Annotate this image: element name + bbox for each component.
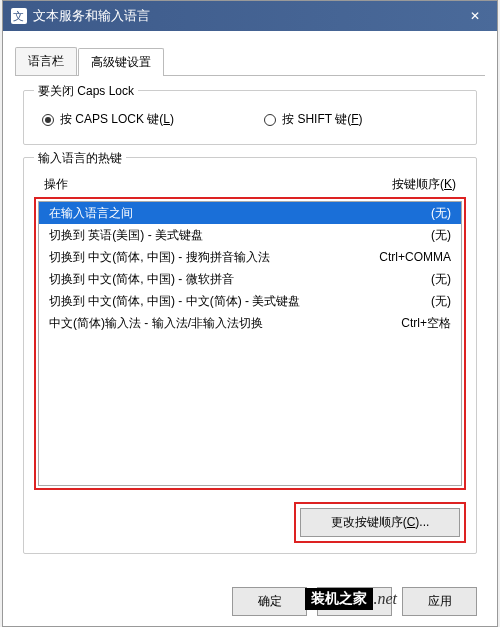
row-key: (无) (431, 204, 451, 222)
app-icon (11, 8, 27, 24)
change-key-sequence-button[interactable]: 更改按键顺序(C)... (300, 508, 460, 537)
watermark-net: .net (373, 590, 397, 608)
radio-shift[interactable]: 按 SHIFT 键(F) (264, 111, 362, 128)
list-item[interactable]: 切换到 英语(美国) - 美式键盘 (无) (39, 224, 461, 246)
col-sequence: 按键顺序(K) (392, 176, 456, 193)
close-button[interactable]: ✕ (452, 1, 497, 31)
watermark: 装机之家 .net (305, 588, 397, 610)
hotkey-header: 操作 按键顺序(K) (34, 174, 466, 197)
row-action: 切换到 中文(简体, 中国) - 微软拼音 (49, 270, 234, 288)
list-item[interactable]: 在输入语言之间 (无) (39, 202, 461, 224)
content-area: 语言栏 高级键设置 要关闭 Caps Lock 按 CAPS LOCK 键(L) (3, 31, 497, 572)
row-key: Ctrl+空格 (401, 314, 451, 332)
list-item[interactable]: 中文(简体)输入法 - 输入法/非输入法切换 Ctrl+空格 (39, 312, 461, 334)
caps-lock-group: 要关闭 Caps Lock 按 CAPS LOCK 键(L) 按 SHIFT 键… (23, 90, 477, 145)
row-key: (无) (431, 270, 451, 288)
list-item[interactable]: 切换到 中文(简体, 中国) - 中文(简体) - 美式键盘 (无) (39, 290, 461, 312)
dialog-window: 文本服务和输入语言 ✕ 语言栏 高级键设置 要关闭 Caps Lock 按 CA… (2, 0, 498, 627)
watermark-brand: 装机之家 (305, 588, 373, 610)
row-key: (无) (431, 292, 451, 310)
window-title: 文本服务和输入语言 (33, 7, 150, 25)
radio-caps-lock[interactable]: 按 CAPS LOCK 键(L) (42, 111, 174, 128)
col-action: 操作 (44, 176, 68, 193)
change-btn-row: 更改按键顺序(C)... (34, 502, 466, 543)
row-action: 在输入语言之间 (49, 204, 133, 222)
caps-group-label: 要关闭 Caps Lock (34, 83, 138, 100)
row-action: 切换到 中文(简体, 中国) - 搜狗拼音输入法 (49, 248, 270, 266)
titlebar-left: 文本服务和输入语言 (11, 7, 150, 25)
row-key: Ctrl+COMMA (379, 248, 451, 266)
caps-radio-row: 按 CAPS LOCK 键(L) 按 SHIFT 键(F) (36, 107, 464, 132)
close-icon: ✕ (470, 9, 480, 23)
change-highlight-box: 更改按键顺序(C)... (294, 502, 466, 543)
ok-button[interactable]: 确定 (232, 587, 307, 616)
radio-caps-label: 按 CAPS LOCK 键(L) (60, 111, 174, 128)
hotkey-group: 输入语言的热键 操作 按键顺序(K) 在输入语言之间 (无) 切换到 (23, 157, 477, 554)
tab-panel: 要关闭 Caps Lock 按 CAPS LOCK 键(L) 按 SHIFT 键… (15, 76, 485, 562)
hotkey-list[interactable]: 在输入语言之间 (无) 切换到 英语(美国) - 美式键盘 (无) 切换到 中文… (38, 201, 462, 486)
row-key: (无) (431, 226, 451, 244)
list-item[interactable]: 切换到 中文(简体, 中国) - 微软拼音 (无) (39, 268, 461, 290)
tab-strip: 语言栏 高级键设置 (15, 47, 485, 76)
list-item[interactable]: 切换到 中文(简体, 中国) - 搜狗拼音输入法 Ctrl+COMMA (39, 246, 461, 268)
row-action: 切换到 中文(简体, 中国) - 中文(简体) - 美式键盘 (49, 292, 300, 310)
hotkey-group-label: 输入语言的热键 (34, 150, 126, 167)
radio-dot-icon (264, 114, 276, 126)
row-action: 中文(简体)输入法 - 输入法/非输入法切换 (49, 314, 263, 332)
apply-button[interactable]: 应用 (402, 587, 477, 616)
tab-language-bar[interactable]: 语言栏 (15, 47, 77, 75)
tab-advanced-keys[interactable]: 高级键设置 (78, 48, 164, 76)
row-action: 切换到 英语(美国) - 美式键盘 (49, 226, 203, 244)
titlebar: 文本服务和输入语言 ✕ (3, 1, 497, 31)
hotkey-highlight-box: 在输入语言之间 (无) 切换到 英语(美国) - 美式键盘 (无) 切换到 中文… (34, 197, 466, 490)
radio-shift-label: 按 SHIFT 键(F) (282, 111, 362, 128)
radio-dot-icon (42, 114, 54, 126)
